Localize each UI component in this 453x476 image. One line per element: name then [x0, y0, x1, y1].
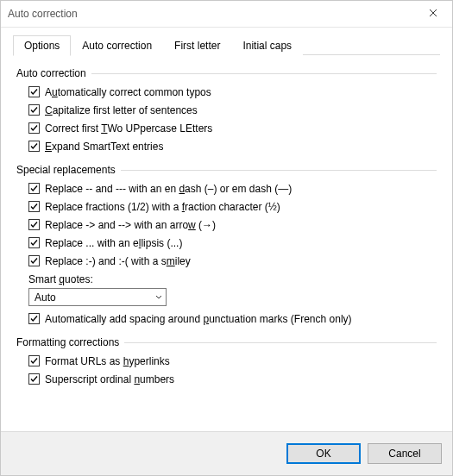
checkbox-label: Replace -- and --- with an en dash (–) o… [45, 183, 292, 195]
dialog-window: Auto correction Options Auto correction … [0, 0, 453, 476]
checkbox-label: Replace ... with an ellipsis (...) [45, 237, 182, 249]
checkbox-french-punctuation[interactable]: Automatically add spacing around punctua… [28, 310, 437, 328]
group-body: Automatically add spacing around punctua… [16, 310, 437, 329]
checkbox-icon [28, 255, 40, 266]
tab-first-letter[interactable]: First letter [163, 35, 231, 55]
group-title: Auto correction [16, 67, 91, 79]
close-icon [429, 8, 437, 20]
smart-quotes-row: Auto [16, 287, 437, 310]
window-title: Auto correction [8, 8, 78, 20]
tab-initial-caps[interactable]: Initial caps [231, 35, 303, 55]
smart-quotes-label: Smart quotes: [16, 272, 437, 287]
titlebar: Auto correction [1, 1, 452, 28]
checkbox-icon [28, 201, 40, 212]
group-body: Automatically correct common typos Capit… [16, 83, 437, 157]
checkbox-replace-dashes[interactable]: Replace -- and --- with an en dash (–) o… [28, 179, 437, 197]
checkbox-icon [28, 122, 40, 134]
checkbox-capitalize-first[interactable]: Capitalize first letter of sentences [28, 101, 437, 119]
checkbox-replace-arrow[interactable]: Replace -> and --> with an arrow (→) [28, 216, 437, 234]
checkbox-icon [28, 355, 40, 366]
checkbox-icon [28, 86, 40, 97]
tab-label: Auto correction [82, 40, 152, 52]
group-body: Replace -- and --- with an en dash (–) o… [16, 179, 437, 272]
tab-label: Initial caps [242, 40, 292, 52]
ok-button[interactable]: OK [286, 443, 361, 464]
checkbox-expand-smarttext[interactable]: Expand SmartText entries [28, 137, 437, 155]
group-line [124, 342, 437, 343]
group-header: Formatting corrections [16, 336, 437, 348]
checkbox-icon [28, 237, 40, 248]
group-header: Auto correction [16, 67, 437, 79]
checkbox-two-uppercase[interactable]: Correct first TWo UPpercase LEtters [28, 119, 437, 137]
checkbox-icon [28, 313, 40, 324]
checkbox-label: Automatically correct common typos [45, 86, 211, 98]
dialog-footer: OK Cancel [1, 431, 452, 475]
checkbox-correct-typos[interactable]: Automatically correct common typos [28, 83, 437, 101]
checkbox-icon [28, 183, 40, 194]
group-auto-correction: Auto correction Automatically correct co… [16, 67, 437, 157]
smart-quotes-select[interactable]: Auto [28, 288, 167, 306]
checkbox-url-hyperlinks[interactable]: Format URLs as hyperlinks [28, 352, 437, 370]
checkbox-replace-smiley[interactable]: Replace :-) and :-( with a smiley [28, 252, 437, 270]
close-button[interactable] [413, 1, 452, 27]
group-title: Formatting corrections [16, 336, 124, 348]
group-formatting-corrections: Formatting corrections Format URLs as hy… [16, 336, 437, 390]
button-label: OK [316, 448, 330, 460]
group-body: Format URLs as hyperlinks Superscript or… [16, 352, 437, 390]
tab-label: First letter [174, 40, 220, 52]
checkbox-icon [28, 219, 40, 230]
checkbox-label: Capitalize first letter of sentences [45, 104, 198, 116]
tab-options[interactable]: Options [13, 35, 71, 56]
checkbox-label: Correct first TWo UPpercase LEtters [45, 122, 212, 135]
group-line [91, 73, 437, 74]
tab-auto-correction[interactable]: Auto correction [71, 35, 163, 55]
checkbox-label: Expand SmartText entries [45, 141, 163, 153]
group-header: Special replacements [16, 164, 437, 176]
group-title: Special replacements [16, 164, 121, 176]
checkbox-label: Replace -> and --> with an arrow (→) [45, 219, 216, 231]
tabstrip: Options Auto correction First letter Ini… [13, 34, 440, 55]
checkbox-label: Superscript ordinal numbers [45, 373, 174, 385]
checkbox-superscript-ordinal[interactable]: Superscript ordinal numbers [28, 370, 437, 388]
checkbox-label: Replace fractions (1/2) with a fraction … [45, 201, 280, 213]
checkbox-icon [28, 141, 40, 152]
client-area: Options Auto correction First letter Ini… [1, 28, 452, 431]
checkbox-replace-fractions[interactable]: Replace fractions (1/2) with a fraction … [28, 197, 437, 216]
button-label: Cancel [388, 448, 420, 460]
checkbox-label: Automatically add spacing around punctua… [45, 313, 352, 325]
checkbox-replace-ellipsis[interactable]: Replace ... with an ellipsis (...) [28, 234, 437, 252]
cancel-button[interactable]: Cancel [368, 443, 442, 464]
checkbox-icon [28, 104, 40, 116]
chevron-down-icon [155, 294, 162, 301]
group-special-replacements: Special replacements Replace -- and --- … [16, 164, 437, 329]
checkbox-label: Format URLs as hyperlinks [45, 355, 170, 367]
group-line [121, 170, 437, 171]
checkbox-icon [28, 373, 40, 385]
select-value: Auto [35, 291, 56, 304]
tab-panel-options: Auto correction Automatically correct co… [13, 55, 440, 431]
checkbox-label: Replace :-) and :-( with a smiley [45, 255, 191, 267]
tab-label: Options [24, 40, 60, 52]
